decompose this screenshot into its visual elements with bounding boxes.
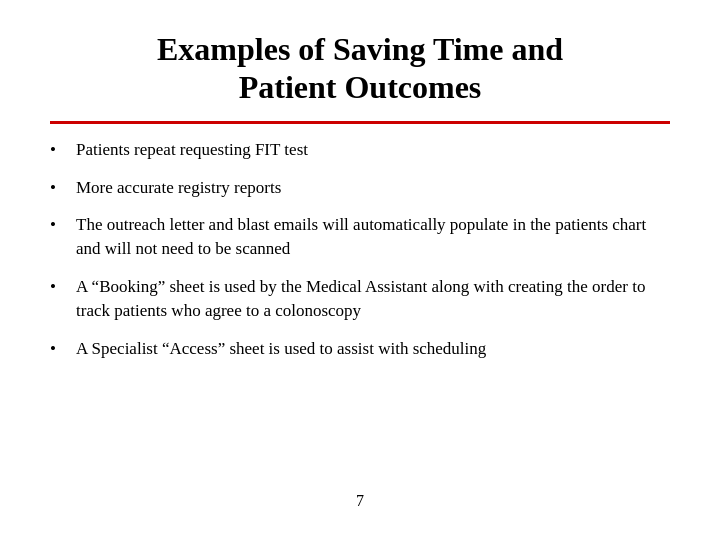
bullet-dot: •	[50, 337, 70, 361]
list-item: •Patients repeat requesting FIT test	[50, 138, 670, 162]
list-item: •A Specialist “Access” sheet is used to …	[50, 337, 670, 361]
bullet-text-3: The outreach letter and blast emails wil…	[76, 213, 670, 261]
bullet-text-4: A “Booking” sheet is used by the Medical…	[76, 275, 670, 323]
bullet-dot: •	[50, 138, 70, 162]
title-line2: Patient Outcomes	[239, 69, 482, 105]
list-item: •The outreach letter and blast emails wi…	[50, 213, 670, 261]
title-section: Examples of Saving Time and Patient Outc…	[50, 30, 670, 107]
page-number: 7	[50, 482, 670, 510]
list-item: •More accurate registry reports	[50, 176, 670, 200]
bullet-list: •Patients repeat requesting FIT test•Mor…	[50, 138, 670, 482]
title-line1: Examples of Saving Time and	[157, 31, 563, 67]
bullet-text-5: A Specialist “Access” sheet is used to a…	[76, 337, 670, 361]
bullet-dot: •	[50, 213, 70, 237]
bullet-dot: •	[50, 275, 70, 299]
list-item: •A “Booking” sheet is used by the Medica…	[50, 275, 670, 323]
slide-container: Examples of Saving Time and Patient Outc…	[0, 0, 720, 540]
bullet-text-1: Patients repeat requesting FIT test	[76, 138, 670, 162]
bullet-text-2: More accurate registry reports	[76, 176, 670, 200]
slide-title: Examples of Saving Time and Patient Outc…	[50, 30, 670, 107]
bullet-dot: •	[50, 176, 70, 200]
red-divider	[50, 121, 670, 124]
